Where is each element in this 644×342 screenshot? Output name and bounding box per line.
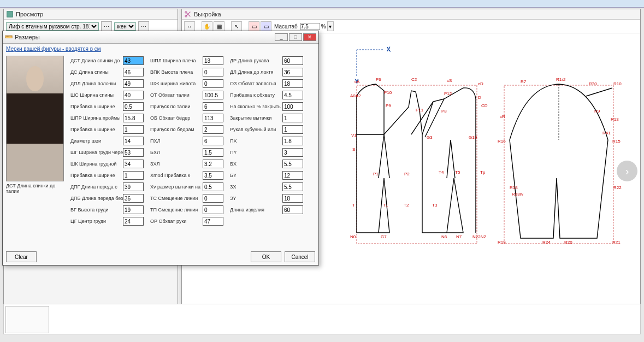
measurement-input[interactable]: [123, 102, 144, 111]
measurement-input[interactable]: [282, 137, 303, 145]
scale-input[interactable]: [300, 23, 320, 30]
measurement-input[interactable]: [282, 102, 303, 111]
measurement-input[interactable]: [282, 205, 303, 214]
measurement-input[interactable]: [282, 160, 303, 168]
svg-text:N7: N7: [456, 234, 462, 239]
measurement-label: ОТ Обхват талии: [150, 92, 203, 98]
dialog-min-button[interactable]: _: [275, 33, 288, 41]
dialog-close-button[interactable]: ✕: [303, 33, 316, 41]
model-select[interactable]: Лиф с втачным рукавом стр. 181-225: [6, 22, 99, 31]
tool-hand-button[interactable]: ✋: [202, 21, 212, 31]
clear-button[interactable]: Clear: [6, 251, 37, 262]
measurement-input[interactable]: [123, 114, 144, 122]
measurement-input[interactable]: [123, 79, 144, 88]
measurement-input[interactable]: [282, 182, 303, 191]
gender-config-button[interactable]: ⋯: [138, 21, 149, 31]
svg-text:cA: cA: [355, 79, 360, 84]
measurement-input[interactable]: [203, 205, 223, 214]
svg-text:P2: P2: [404, 172, 410, 176]
measurement-input[interactable]: [203, 125, 223, 134]
measurement-input[interactable]: [123, 137, 144, 145]
measurement-input[interactable]: [203, 114, 223, 122]
scale-label: Масштаб: [274, 23, 298, 30]
measurement-input[interactable]: [203, 182, 223, 191]
svg-text:R9: R9: [594, 109, 600, 114]
svg-text:Tp: Tp: [480, 170, 486, 175]
measurement-label: ШПЛ Ширина плеча: [150, 58, 203, 63]
measurement-input[interactable]: [203, 217, 223, 226]
measurement-input[interactable]: [282, 79, 303, 88]
measurement-label: ТС Смещение линии: [150, 196, 203, 201]
measurement-label: ПY: [230, 150, 282, 155]
measurement-label: ШПР Ширина проймы: [70, 115, 123, 121]
gender-select[interactable]: жен: [114, 22, 136, 31]
svg-text:G7: G7: [381, 234, 387, 239]
measurement-label: ЗXЛ: [150, 161, 203, 167]
tool-grid-button[interactable]: ▦: [214, 21, 224, 31]
measurement-input[interactable]: [282, 148, 303, 157]
tool-pointer-button[interactable]: ↖: [231, 21, 242, 31]
measurement-input[interactable]: [203, 194, 223, 203]
measurement-input[interactable]: [282, 171, 303, 180]
measurement-row: Закрытие вытачки: [230, 113, 306, 123]
measurement-input[interactable]: [282, 68, 303, 76]
measurement-input[interactable]: [203, 171, 223, 180]
measurement-row: ДЛ Длина до локтя: [230, 67, 306, 77]
cancel-button[interactable]: Cancel: [285, 251, 315, 262]
measurement-input[interactable]: [203, 79, 223, 88]
measurement-input[interactable]: [203, 137, 223, 145]
measurements-column-2: ШПЛ Ширина плечаВПК Высота плечаШЖ ширин…: [150, 56, 227, 263]
dialog-titlebar[interactable]: Размеры _ □ ✕: [3, 31, 318, 44]
measurement-row: ДР Длина рукава: [230, 56, 306, 66]
svg-text:T4: T4: [439, 170, 444, 175]
measurement-label: ЗX: [230, 184, 282, 190]
tool-layer1-button[interactable]: ▭: [249, 21, 259, 31]
measurement-input[interactable]: [123, 194, 144, 203]
measurement-input[interactable]: [123, 182, 144, 191]
model-config-button[interactable]: ⋯: [101, 21, 112, 31]
svg-text:R20: R20: [564, 240, 572, 245]
measurement-label: Прибавка к ширине: [70, 127, 123, 132]
measurement-input[interactable]: [123, 68, 144, 76]
measurement-input[interactable]: [123, 160, 144, 168]
work-title: Выкройка: [194, 11, 221, 17]
dialog-max-button[interactable]: □: [289, 33, 302, 41]
measurement-input[interactable]: [282, 91, 303, 99]
measurement-input[interactable]: [203, 160, 223, 168]
svg-text:D: D: [478, 95, 481, 100]
measurement-input[interactable]: [203, 102, 223, 111]
measurement-input[interactable]: [123, 171, 144, 180]
measurement-label: ВГ Высота груди: [70, 207, 123, 213]
measurement-input[interactable]: [282, 114, 303, 122]
measurement-input[interactable]: [123, 217, 144, 226]
measurement-input[interactable]: [282, 194, 303, 203]
measurement-input[interactable]: [203, 148, 223, 157]
tool-move-button[interactable]: ↔: [184, 21, 195, 31]
scale-down-button[interactable]: ▾: [327, 21, 334, 31]
tool-layer2-button[interactable]: ▭: [261, 21, 271, 31]
measurement-input[interactable]: [203, 68, 223, 76]
measurement-row: ОТ Обхват талии: [150, 90, 227, 100]
measurement-label: Диаметр шеи: [70, 138, 123, 144]
measurement-input[interactable]: [123, 148, 144, 157]
measurements-help-link[interactable]: Мерки вашей фигуры - вводятся в см: [6, 46, 101, 52]
measurement-input[interactable]: [282, 125, 303, 134]
ok-button[interactable]: OK: [251, 251, 281, 262]
measurement-input[interactable]: [282, 56, 303, 65]
nav-next-button[interactable]: ›: [617, 161, 637, 181]
preview-title: Просмотр: [16, 11, 43, 17]
measurement-input[interactable]: [123, 56, 144, 65]
thumbnail[interactable]: [5, 306, 49, 333]
measurement-row: ЗX: [230, 182, 306, 192]
measurement-input[interactable]: [123, 125, 144, 134]
measurement-photo: [6, 56, 64, 181]
measurements-dialog: Размеры _ □ ✕ Мерки вашей фигуры - вводя…: [2, 31, 319, 266]
preview-panel-header: Просмотр: [4, 9, 178, 20]
measurement-input[interactable]: [123, 91, 144, 99]
measurement-input[interactable]: [203, 91, 223, 99]
svg-text:R13: R13: [611, 117, 619, 122]
measurement-input[interactable]: [123, 205, 144, 214]
measurement-row: ДСТ Длина спинки до: [70, 56, 147, 66]
measurement-row: ШС Ширина спины: [70, 90, 147, 100]
measurement-input[interactable]: [203, 56, 223, 65]
